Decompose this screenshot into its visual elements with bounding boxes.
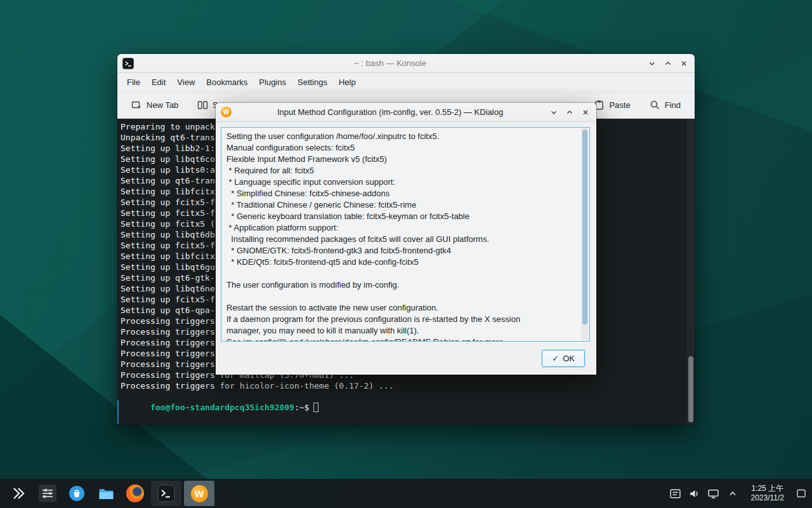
konsole-titlebar[interactable]: ~ : bash — Konsole [117,54,695,73]
dialog-text-line-1: Manual configuration selects: fcitx5 [226,142,575,154]
show-desktop-icon [796,488,806,498]
find-button[interactable]: Find [645,96,686,114]
firefox-button[interactable] [121,479,150,508]
check-icon: ✓ [552,354,559,363]
ok-label: OK [563,354,575,363]
menu-item-6[interactable]: Help [333,75,362,90]
prompt-suffix: :~$ [294,403,309,412]
dialog-scrollbar-handle[interactable] [582,130,587,324]
kdialog-maximize-button[interactable] [564,107,575,118]
kdialog-window-title: Input Method Configuration (im-config, v… [241,107,539,117]
konsole-menubar: FileEditViewBookmarksPluginsSettingsHelp [117,73,695,92]
find-label: Find [665,100,681,110]
dialog-text-line-16: If a daemon program for the previous con… [226,314,575,325]
new-tab-label: New Tab [147,100,178,110]
konsole-window-title: ~ : bash — Konsole [143,58,638,68]
discover-button[interactable] [62,479,91,508]
menu-item-2[interactable]: View [171,75,200,90]
notifications-tray-button[interactable] [667,484,684,503]
dialog-text-line-4: * Language specific input conversion sup… [226,177,575,188]
konsole-maximize-button[interactable] [662,58,674,69]
menu-item-1[interactable]: Edit [146,75,171,90]
kdialog-minimize-button[interactable] [548,107,560,118]
paste-label: Paste [609,100,630,110]
close-icon [679,59,688,68]
imconfig-app-icon: W [221,107,232,117]
dialog-text-line-2: Flexible Input Method Framework v5 (fcit… [226,154,575,165]
new-tab-icon [131,100,142,110]
notifications-icon [669,488,681,500]
chevron-up-icon [728,488,738,498]
terminal-scrollbar-handle[interactable] [688,356,693,422]
clock-time: 1:25 上午 [751,484,785,493]
volume-icon [688,488,700,500]
dialog-text-line-13: The user configuration is modified by im… [226,279,575,291]
imconfig-task-button[interactable]: W [184,481,214,506]
konsole-app-icon [122,58,134,69]
volume-tray-button[interactable] [686,484,703,503]
discover-icon [68,485,86,502]
dialog-text-line-10: * GNOME/GTK: fcitx5-frontend-gtk3 and fc… [226,245,575,257]
folder-icon [97,485,115,503]
menu-item-5[interactable]: Settings [292,75,333,90]
menu-item-3[interactable]: Bookmarks [200,75,253,90]
konsole-close-button[interactable] [678,58,690,69]
konsole-icon [157,485,175,502]
terminal-line-24: Processing triggers for hicolor-icon-the… [121,380,684,391]
close-icon [581,108,590,117]
dialog-text-line-0: Setting the user configuration /home/foo… [226,131,575,142]
show-desktop-button[interactable] [794,479,808,508]
imconfig-icon: W [191,485,208,502]
taskbar: W 1:25 上午 2023/11/2 [0,479,812,508]
sliders-icon [39,485,56,502]
menu-item-4[interactable]: Plugins [253,75,292,90]
dialog-text-line-5: * Simplified Chinese: fcitx5-chinese-add… [226,188,575,199]
system-tray: 1:25 上午 2023/11/2 [667,479,809,508]
dialog-text-area[interactable]: Setting the user configuration /home/foo… [221,127,590,342]
new-tab-button[interactable]: New Tab [126,96,183,114]
dolphin-button[interactable] [91,479,121,508]
dialog-text-line-6: * Traditional Chinese / generic Chinese:… [226,199,575,211]
dialog-text-line-12 [226,268,575,279]
konsole-minimize-button[interactable] [646,58,658,69]
chevron-down-icon [549,108,558,117]
prompt-line: foo@foo-standardpcq35ich92009:~$ [121,391,684,424]
konsole-task-button[interactable] [151,481,181,506]
system-settings-button[interactable] [33,479,62,508]
chevron-down-icon [648,59,657,68]
chevron-up-icon [565,108,574,117]
split-view-icon [197,100,208,110]
dialog-text-line-11: * KDE/Qt5: fcitx5-frontend-qt5 and kde-c… [226,257,575,268]
application-launcher-button[interactable] [4,479,33,508]
terminal-cursor [313,403,318,412]
terminal-scrollbar[interactable] [687,119,695,425]
kdialog-window: W Input Method Configuration (im-config,… [216,103,596,375]
digital-clock[interactable]: 1:25 上午 2023/11/2 [743,484,792,503]
dialog-text-line-15: Restart the session to activate the new … [226,302,575,314]
clock-date: 2023/11/2 [751,493,785,503]
dialog-text-line-17: manager, you may need to kill it manuall… [226,325,575,337]
dialog-text: Setting the user configuration /home/foo… [221,128,589,342]
dialog-footer: ✓ OK [216,342,596,375]
dialog-text-line-7: * Generic keyboard translation table: fc… [226,211,575,222]
firefox-icon [126,485,144,502]
ok-button[interactable]: ✓ OK [542,350,585,367]
tray-expander-button[interactable] [724,484,741,503]
kdialog-titlebar[interactable]: W Input Method Configuration (im-config,… [216,103,596,122]
kdialog-close-button[interactable] [580,107,591,118]
dialog-text-line-3: * Required for all: fcitx5 [226,165,575,177]
display-icon [707,488,719,500]
search-icon [650,100,660,110]
terminal-highlight-bar [117,400,119,424]
prompt-user-host: foo@foo-standardpcq35ich92009 [150,403,294,412]
launcher-icon [11,486,26,501]
dialog-text-line-8: * Application platform support: [226,222,575,234]
chevron-up-icon [664,59,672,68]
dialog-scrollbar[interactable] [581,128,589,340]
dialog-text-line-18: See im-config(8) and /usr/share/doc/im-c… [226,337,575,342]
dialog-text-line-9: Installing recommended packages of fcitx… [226,234,575,245]
dialog-text-line-14 [226,291,575,302]
menu-item-0[interactable]: File [121,75,146,90]
display-tray-button[interactable] [705,484,722,503]
